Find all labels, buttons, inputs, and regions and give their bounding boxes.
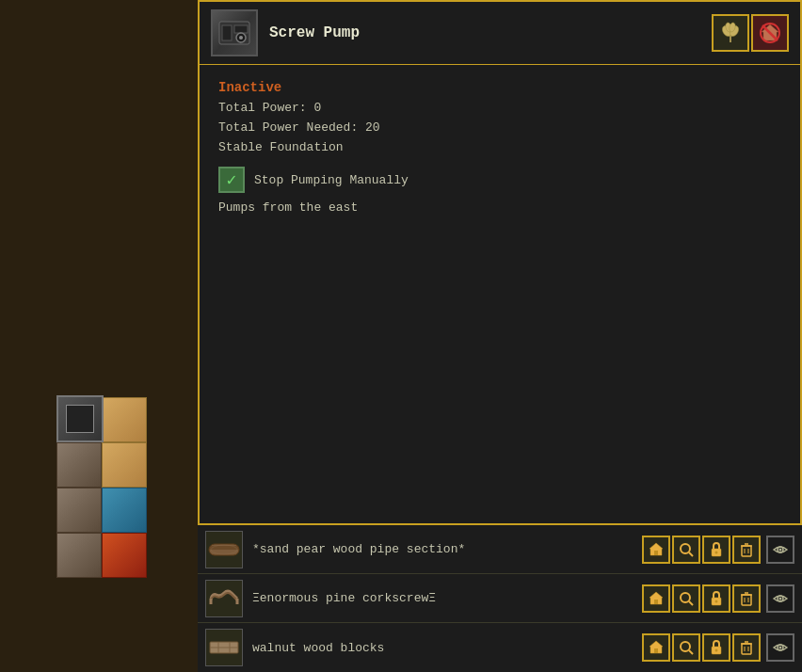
- total-power-line: Total Power: 0: [218, 99, 781, 119]
- trash-btn-3[interactable]: [732, 633, 761, 662]
- svg-point-49: [715, 649, 718, 652]
- svg-line-47: [689, 650, 693, 654]
- status-label: Inactive: [218, 80, 781, 95]
- svg-line-31: [689, 601, 693, 605]
- terrain-tile: [56, 533, 102, 578]
- svg-rect-34: [742, 595, 751, 605]
- search-btn-2[interactable]: [672, 584, 700, 613]
- pump-body-inner: [66, 405, 94, 433]
- list-item: *sand pear wood pipe section*: [198, 525, 802, 574]
- trash-btn-1[interactable]: [732, 536, 761, 564]
- terrain-tile: [102, 397, 147, 442]
- svg-point-33: [715, 600, 718, 602]
- lock-btn-3[interactable]: [702, 633, 730, 662]
- svg-point-40: [779, 597, 782, 600]
- eye-btn-1[interactable]: [766, 536, 794, 564]
- home-btn-3[interactable]: [642, 633, 670, 662]
- svg-rect-45: [654, 648, 658, 653]
- machine-icon: [211, 9, 258, 56]
- terrain-tile: [102, 533, 147, 578]
- item-actions-2: [642, 584, 794, 613]
- item-name-2: Ξenormous pine corkscrewΞ: [252, 591, 642, 605]
- list-item: Ξenormous pine corkscrewΞ: [198, 574, 802, 623]
- stop-pumping-label: Stop Pumping Manually: [254, 173, 409, 187]
- svg-point-16: [681, 544, 690, 553]
- stop-pumping-row: ✓ Stop Pumping Manually: [218, 167, 781, 193]
- search-btn-3[interactable]: [672, 633, 700, 662]
- svg-line-17: [689, 552, 693, 556]
- checkbox-checkmark: ✓: [227, 169, 237, 190]
- foundation-line: Stable Foundation: [218, 138, 781, 158]
- terrain-tile: [56, 442, 102, 488]
- panel-content: Inactive Total Power: 0 Total Power Need…: [200, 65, 800, 230]
- svg-rect-50: [742, 644, 751, 654]
- svg-point-26: [779, 548, 782, 551]
- items-list: *sand pear wood pipe section*: [198, 523, 802, 672]
- item-icon-corkscrew: [205, 580, 243, 617]
- panel-header: Screw Pump: [200, 2, 800, 65]
- svg-rect-1: [222, 25, 232, 40]
- eye-btn-2[interactable]: [766, 584, 794, 613]
- wheat-icon-btn[interactable]: [712, 14, 749, 52]
- pump-icon-visual: [213, 11, 256, 55]
- svg-rect-29: [654, 600, 658, 604]
- item-icon-wood: [205, 629, 243, 666]
- no-home-icon-btn[interactable]: [751, 14, 789, 52]
- trash-btn-2[interactable]: [732, 584, 761, 613]
- lock-btn-1[interactable]: [702, 536, 730, 564]
- svg-point-4: [239, 36, 243, 40]
- svg-rect-20: [742, 546, 751, 556]
- item-name-3: walnut wood blocks: [252, 641, 642, 655]
- total-power-needed-line: Total Power Needed: 20: [218, 119, 781, 138]
- svg-rect-13: [209, 546, 239, 550]
- svg-point-19: [715, 551, 718, 553]
- game-area: [0, 0, 198, 672]
- svg-rect-15: [654, 551, 658, 555]
- item-name-1: *sand pear wood pipe section*: [252, 542, 642, 556]
- search-btn-1[interactable]: [672, 536, 700, 564]
- lock-btn-2[interactable]: [702, 584, 730, 613]
- svg-rect-2: [234, 25, 248, 33]
- item-icon-pipe: [205, 531, 243, 568]
- pump-direction-line: Pumps from the east: [218, 200, 781, 215]
- machine-title: Screw Pump: [269, 24, 360, 41]
- item-actions-3: [642, 633, 794, 662]
- svg-point-30: [681, 593, 690, 602]
- home-btn-2[interactable]: [642, 584, 670, 613]
- item-actions-1: [642, 536, 794, 564]
- terrain-tile: [56, 488, 102, 533]
- terrain-tile: [102, 488, 147, 533]
- header-icons: [712, 14, 789, 52]
- stop-pumping-checkbox[interactable]: ✓: [218, 167, 245, 193]
- home-btn-1[interactable]: [642, 536, 670, 564]
- list-item: walnut wood blocks: [198, 623, 802, 672]
- pump-body-visual: [56, 395, 104, 442]
- svg-point-46: [681, 642, 690, 651]
- eye-btn-3[interactable]: [766, 633, 794, 662]
- terrain-tile: [102, 442, 147, 488]
- svg-point-56: [779, 647, 782, 649]
